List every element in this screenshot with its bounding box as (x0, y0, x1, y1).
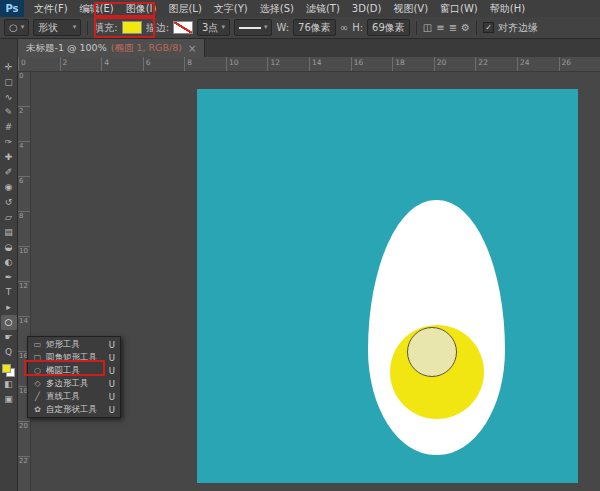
stroke-width-select[interactable]: 3点 ▾ (197, 19, 230, 36)
menu-item[interactable]: 窗口(W) (434, 0, 484, 17)
tool-button[interactable]: T (1, 285, 17, 300)
document-tab[interactable]: 未标题-1 @ 100% (椭圆 1, RGB/8) × (18, 39, 205, 57)
photoshop-window: Ps 文件(F)编辑(E)图像(I)图层(L)文字(Y)选择(S)滤镜(T)3D… (0, 0, 600, 491)
document-tab-row: 未标题-1 @ 100% (椭圆 1, RGB/8) × (18, 39, 600, 58)
tool-icon: ✎ (5, 108, 13, 117)
tool-button[interactable]: ▢ (1, 75, 17, 90)
menu-item[interactable]: 图层(L) (162, 0, 207, 17)
path-arrange-icon[interactable]: ≣ (449, 23, 457, 33)
flyout-item-label: 矩形工具 (46, 339, 105, 351)
close-tab-icon[interactable]: × (188, 43, 196, 54)
screen-mode-button[interactable]: ▣ (1, 392, 17, 407)
ruler-tick: 12 (18, 281, 30, 316)
tool-icon: ✑ (5, 138, 13, 147)
document-title: 未标题-1 @ 100% (26, 42, 107, 55)
flyout-menu-item[interactable]: ╱ 直线工具 U (28, 390, 120, 403)
tool-list: ✛▢∿✎#✑✚✐◉↺▱▤◒◐✒T▸○☛Q (1, 60, 17, 360)
menu-item[interactable]: 文件(F) (28, 0, 74, 17)
tool-icon: # (5, 123, 13, 132)
shape-height-value: 69像素 (372, 21, 405, 35)
tool-button[interactable]: ▤ (1, 225, 17, 240)
tool-button[interactable]: ✑ (1, 135, 17, 150)
ruler-tick: 20 (18, 421, 30, 456)
tool-button[interactable]: ◐ (1, 255, 17, 270)
divider (476, 21, 477, 35)
ruler-tick: 12 (267, 57, 309, 71)
chevron-down-icon: ▾ (264, 24, 268, 31)
tool-button[interactable]: ▸ (1, 300, 17, 315)
egg-yolk-highlight-shape (407, 327, 457, 377)
ruler-tick: 4 (18, 141, 30, 176)
workspace (18, 71, 600, 491)
tool-icon: ✐ (5, 168, 13, 177)
flyout-menu-item[interactable]: ○ 椭圆工具 U (28, 364, 120, 377)
geometry-options-gear-icon[interactable]: ⚙ (461, 23, 470, 33)
tool-button[interactable]: ∿ (1, 90, 17, 105)
egg-white-shape (368, 200, 505, 455)
fill-color-swatch[interactable] (122, 21, 142, 34)
foreground-color-swatch[interactable] (2, 364, 11, 373)
tool-button[interactable]: ○ (1, 315, 17, 330)
menu-item[interactable]: 3D(D) (346, 0, 388, 17)
tool-button[interactable]: ◉ (1, 180, 17, 195)
tool-button[interactable]: ✒ (1, 270, 17, 285)
screen-mode-icon: ▣ (4, 395, 13, 404)
align-edges-label: 对齐边缘 (498, 21, 538, 35)
divider (416, 21, 417, 35)
flyout-menu-item[interactable]: ◇ 多边形工具 U (28, 377, 120, 390)
menu-item[interactable]: 帮助(H) (484, 0, 531, 17)
flyout-item-label: 多边形工具 (46, 378, 105, 390)
tool-button[interactable]: ✛ (1, 60, 17, 75)
tool-button[interactable]: ☛ (1, 330, 17, 345)
ruler-tick: 10 (226, 57, 268, 71)
document-info: (椭圆 1, RGB/8) (111, 42, 182, 55)
flyout-item-label: 直线工具 (46, 391, 105, 403)
menu-item[interactable]: 滤镜(T) (300, 0, 346, 17)
flyout-menu-item[interactable]: ▢ 圆角矩形工具 U (28, 351, 120, 364)
ruler-tick: 26 (559, 57, 600, 71)
tool-icon: ○ (5, 318, 13, 327)
tool-button[interactable]: # (1, 120, 17, 135)
menu-bar: Ps 文件(F)编辑(E)图像(I)图层(L)文字(Y)选择(S)滤镜(T)3D… (0, 0, 600, 18)
quick-mask-button[interactable]: ◧ (1, 377, 17, 392)
tool-button[interactable]: ◒ (1, 240, 17, 255)
flyout-item-shortcut: U (109, 379, 115, 389)
flyout-menu-item[interactable]: ✿ 自定形状工具 U (28, 403, 120, 416)
shape-icon: ▢ (33, 353, 42, 362)
stroke-color-swatch[interactable] (173, 21, 193, 34)
tool-icon: ✒ (5, 273, 13, 282)
align-edges-checkbox[interactable]: ✓ (483, 22, 494, 33)
path-operations-icon[interactable]: ◫ (423, 23, 432, 33)
stroke-label: 描边: (146, 21, 169, 35)
ruler-tick: 6 (18, 176, 30, 211)
menu-item[interactable]: 编辑(E) (74, 0, 120, 17)
tool-mode-select[interactable]: 形状 ▾ (33, 19, 81, 36)
shape-width-input[interactable]: 76像素 (293, 19, 336, 36)
shape-icon: ╱ (33, 392, 42, 401)
height-label: H: (352, 22, 363, 33)
menu-item[interactable]: 视图(V) (387, 0, 434, 17)
flyout-menu-item[interactable]: ▭ 矩形工具 U (28, 338, 120, 351)
chevron-down-icon: ▾ (21, 24, 25, 31)
tool-icon: ✚ (5, 153, 13, 162)
tool-button[interactable]: ✐ (1, 165, 17, 180)
ruler-tick: 18 (392, 57, 434, 71)
tool-button[interactable]: ↺ (1, 195, 17, 210)
tool-button[interactable]: ✚ (1, 150, 17, 165)
shape-height-input[interactable]: 69像素 (367, 19, 410, 36)
flyout-item-shortcut: U (109, 366, 115, 376)
tool-button[interactable]: Q (1, 345, 17, 360)
menu-item[interactable]: 选择(S) (254, 0, 300, 17)
menu-item[interactable]: 文字(Y) (208, 0, 254, 17)
tool-preset-picker[interactable]: ○ ▾ (4, 19, 29, 36)
horizontal-ruler: 02468101214161820222426 (18, 57, 600, 72)
link-dimensions-icon[interactable]: ∞ (340, 23, 348, 33)
path-alignment-icon[interactable]: ≡ (436, 23, 444, 33)
stroke-style-select[interactable]: ▾ (234, 19, 273, 36)
ruler-tick: 14 (309, 57, 351, 71)
tool-button[interactable]: ✎ (1, 105, 17, 120)
tool-button[interactable]: ▱ (1, 210, 17, 225)
ruler-tick: 0 (18, 57, 60, 71)
canvas[interactable] (197, 89, 578, 483)
menu-item[interactable]: 图像(I) (120, 0, 163, 17)
